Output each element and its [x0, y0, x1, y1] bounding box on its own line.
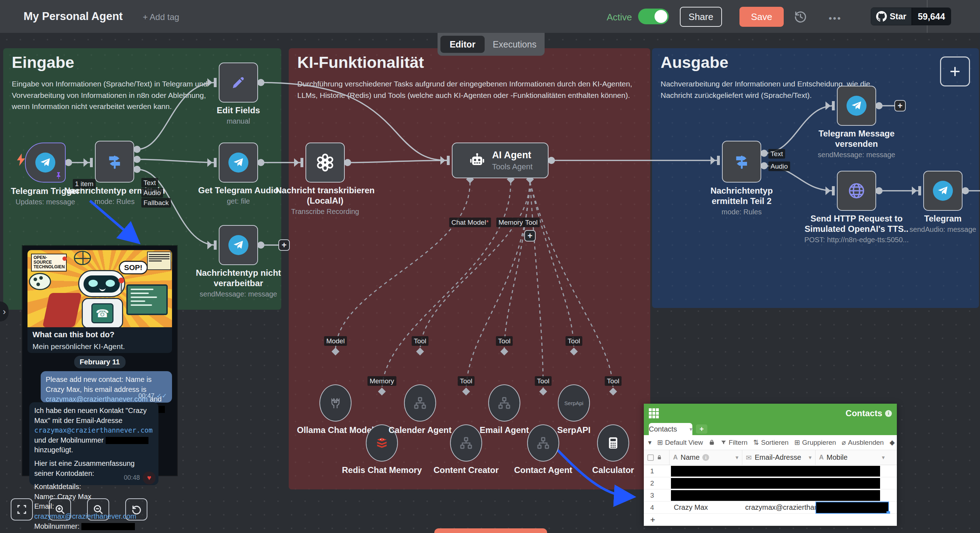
cell-name[interactable]: Crazy Max [670, 503, 742, 512]
cell-mobile-selected[interactable] [816, 501, 889, 514]
tab-editor[interactable]: Editor [441, 36, 485, 53]
lock-icon [657, 455, 662, 460]
node-ai-agent[interactable]: AI Agent Tools Agent [452, 142, 549, 178]
node-telegram-trigger[interactable]: Telegram Trigger Updates: message [25, 142, 66, 182]
illustration-tag-text: OPEN-SOURCE TECHNOLGIEN [31, 254, 67, 271]
heart-reaction[interactable]: ♥ [143, 472, 156, 484]
baserow-column-headers: ANamei▾ ✉Email-Adresse▾ AMobile▾ [644, 450, 897, 465]
tab-contacts[interactable]: Contacts▾ [649, 423, 692, 435]
node-label: Nachrichtentyp nicht verarbeitbar sendMe… [194, 268, 283, 298]
tab-executions[interactable]: Executions [485, 39, 545, 49]
telegram-icon [35, 153, 55, 172]
pin-icon [54, 171, 63, 180]
group-button[interactable]: ⊞Gruppieren [794, 438, 836, 447]
table-row[interactable]: 4 Crazy Max crazymax@crazierthaneve... [644, 501, 897, 514]
add-node-button[interactable]: + [278, 239, 290, 251]
star-label: Star [890, 11, 907, 21]
sort-button[interactable]: ⇅Sortieren [753, 438, 789, 447]
subnode-ollama-chat-model[interactable]: Ollama Chat Model [320, 385, 352, 421]
node-nachrichtentyp-nicht-verarbeitbar[interactable]: Nachrichtentyp nicht verarbeitbar sendMe… [219, 225, 258, 265]
info-icon[interactable]: i [885, 410, 892, 417]
port-label-tool-content: Tool [458, 376, 475, 386]
bot-intro-illustration: OPEN-SOURCE TECHNOLGIEN SOP! ☎ [27, 250, 172, 327]
port-label-model: Model [324, 336, 347, 346]
test-workflow-button[interactable]: Test workflow [434, 528, 547, 533]
node-send-http-request-tts[interactable]: Send HTTP Request to Simulated OpenAI's … [837, 171, 876, 211]
redacted-phone [81, 523, 135, 530]
add-row-button[interactable]: + [644, 514, 897, 526]
port-label-audio: Audio [141, 188, 163, 198]
subnode-serpapi[interactable]: SerpApi SerpAPI [558, 385, 590, 421]
node-edit-fields[interactable]: Edit Fields manual [219, 62, 258, 102]
select-all-checkbox[interactable] [648, 455, 654, 461]
add-node-button[interactable]: + [894, 100, 906, 112]
default-view-button[interactable]: ⊞Default View [657, 438, 703, 447]
more-options-icon[interactable]: ••• [829, 13, 842, 24]
molecule-bubble [29, 273, 51, 290]
active-toggle[interactable] [638, 9, 669, 24]
node-label: Nachricht transkribieren (LocalAI) Trans… [274, 185, 377, 216]
baserow-tabs: Contacts▾ + [644, 423, 897, 435]
redacted-row [671, 490, 880, 501]
grid-menu-icon[interactable] [649, 409, 659, 418]
workflow-title[interactable]: My Personal Agent [24, 10, 123, 23]
caret-icon[interactable]: ▾ [648, 438, 652, 447]
node-nachrichtentyp-ermitteln-teil2[interactable]: Nachrichtentyp ermitteln Teil 2 mode: Ru… [722, 141, 761, 182]
add-tool-button[interactable]: + [524, 230, 536, 241]
globe-icon [847, 182, 866, 200]
port-label-audio2: Audio [768, 161, 790, 171]
hide-fields-button[interactable]: ⌀Ausblenden [842, 438, 884, 447]
column-header-mobile[interactable]: AMobile▾ [816, 450, 888, 465]
node-telegram-send-audio[interactable]: Telegram sendAudio: message [923, 171, 963, 211]
node-label: Send HTTP Request to Simulated OpenAI's … [803, 214, 910, 244]
filter-button[interactable]: Filtern [721, 439, 748, 447]
automation-board [147, 252, 171, 270]
history-icon[interactable] [793, 9, 808, 24]
node-get-telegram-audio[interactable]: Get Telegram Audio get: file [219, 142, 258, 182]
port-label-memory-redis: Memory [368, 376, 396, 386]
table-row[interactable]: 1 [644, 465, 897, 477]
port-label-fallback: Fallback [141, 198, 171, 207]
node-nachricht-transkribieren[interactable]: Nachricht transkribieren (LocalAI) Trans… [305, 142, 345, 182]
color-icon[interactable]: ◆ [889, 438, 895, 447]
subnode-calender-agent[interactable]: Calender Agent [404, 385, 436, 421]
port-label-text2: Text [768, 149, 785, 159]
subnode-email-agent[interactable]: Email Agent [488, 385, 520, 421]
sitemap-icon [412, 396, 428, 410]
telegram-icon [228, 153, 248, 172]
baserow-header: Contactsi [644, 404, 897, 423]
chat-date-chip: February 11 [74, 356, 125, 368]
add-table-button[interactable]: + [696, 424, 707, 434]
table-row[interactable]: 3 [644, 490, 897, 501]
sort-icon: ⇅ [753, 438, 759, 447]
info-icon: i [702, 454, 709, 461]
port-label-tool-calender: Tool [412, 336, 429, 346]
port-label-tool-email: Tool [496, 336, 513, 346]
subnode-contact-agent[interactable]: Contact Agent [527, 424, 559, 461]
email-link[interactable]: crazymax@crazierthanever.com [46, 395, 148, 403]
sitemap-icon [458, 436, 474, 450]
baserow-toolbar: ▾ ⊞Default View Filtern ⇅Sortieren ⊞Grup… [644, 435, 897, 450]
node-nachrichtentyp-ermitteln[interactable]: Nachrichtentyp ermitteln mode: Rules [95, 141, 134, 182]
save-button[interactable]: Save [740, 7, 784, 27]
column-header-name[interactable]: ANamei▾ [670, 450, 742, 465]
subnode-calculator[interactable]: Calculator [597, 424, 629, 461]
llama-icon [328, 395, 343, 411]
node-telegram-message-versenden[interactable]: Telegram Message versenden sendMessage: … [837, 86, 876, 126]
table-row[interactable]: 2 [644, 477, 897, 490]
github-star-widget[interactable]: Star 59,644 [871, 8, 951, 26]
add-tag-button[interactable]: + Add tag [143, 12, 179, 22]
chair-shape [43, 293, 82, 327]
port-label-tool-contact: Tool [535, 376, 552, 386]
telegram-chat-overlay: OPEN-SOURCE TECHNOLGIEN SOP! ☎ What can … [22, 246, 177, 476]
node-label: Nachrichtentyp ermitteln Teil 2 mode: Ru… [692, 186, 792, 216]
subnode-content-creator[interactable]: Content Creator [450, 424, 482, 461]
email-mono: crazymax@crazierthannever.com [34, 426, 153, 434]
calculator-icon [606, 436, 620, 450]
hide-icon: ⌀ [842, 438, 846, 447]
column-header-email[interactable]: ✉Email-Adresse▾ [742, 450, 816, 465]
cell-email[interactable]: crazymax@crazierthaneve... [742, 503, 816, 512]
share-button[interactable]: Share [680, 7, 722, 27]
port-label-tool-serp: Tool [566, 336, 582, 346]
email-link[interactable]: crazymax@crazierthanever.com [34, 512, 136, 520]
